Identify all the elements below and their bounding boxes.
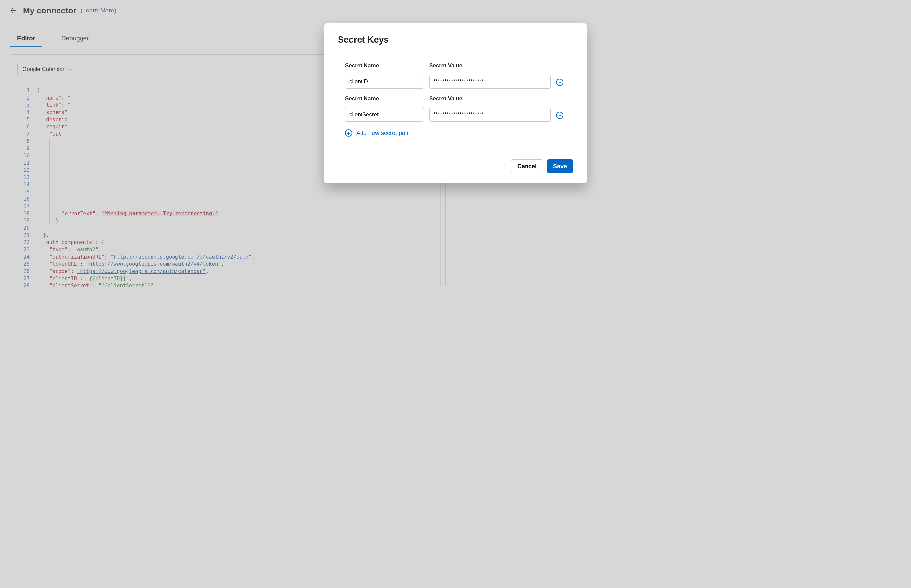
secret-name-label: Secret Name — [345, 95, 424, 102]
add-secret-pair-button[interactable]: + Add new secret pair — [345, 129, 455, 137]
secret-value-label: Secret Value — [429, 62, 455, 69]
secret-keys-modal: Secret Keys Secret Name Secret Value ···… — [324, 23, 455, 183]
secret-value-input[interactable] — [429, 75, 455, 89]
secret-name-label: Secret Name — [345, 62, 424, 69]
add-secret-pair-label: Add new secret pair — [356, 130, 408, 137]
modal-overlay: Secret Keys Secret Name Secret Value ···… — [0, 0, 455, 294]
secret-value-input[interactable] — [429, 108, 455, 121]
plus-circle-icon: + — [345, 129, 352, 137]
secret-value-label: Secret Value — [429, 95, 455, 102]
modal-title: Secret Keys — [338, 35, 455, 45]
secret-name-input[interactable] — [345, 75, 424, 89]
secret-name-input[interactable] — [345, 108, 424, 121]
